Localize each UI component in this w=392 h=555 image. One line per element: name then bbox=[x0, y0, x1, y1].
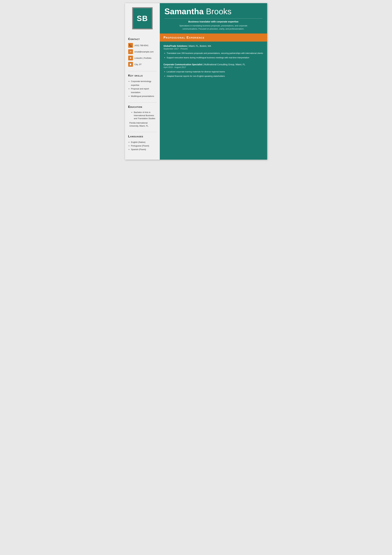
linkedin-icon: ✱ bbox=[128, 56, 133, 60]
education-section: Education Bachelor of Arts in Internatio… bbox=[128, 105, 157, 128]
contact-email: ✉ email@example.com bbox=[128, 49, 157, 54]
job-company-1: GlobalTrade Solutions | Miami, FL, Bosto… bbox=[164, 45, 263, 47]
job-separator-1: | bbox=[188, 45, 189, 47]
job-separator-2: | bbox=[203, 63, 204, 66]
list-item: Adapted financial reports for non-Englis… bbox=[167, 74, 263, 78]
avatar-initials: SB bbox=[137, 14, 148, 23]
languages-section-title: Languages bbox=[128, 135, 157, 138]
resume-header: SB Samantha Brooks Business translator w… bbox=[125, 3, 267, 34]
experience-section-title: Professional Experience bbox=[164, 36, 263, 39]
list-item: Proposal and report translation bbox=[131, 87, 157, 94]
job-bullets-1: Translated over 200 business proposals a… bbox=[164, 51, 263, 59]
edu-school: Florida International University, Miami,… bbox=[129, 121, 157, 128]
location-icon: 📋 bbox=[128, 62, 133, 67]
job-block-2: Corporate Communication Specialist | Mul… bbox=[164, 63, 263, 78]
email-icon: ✉ bbox=[128, 49, 133, 54]
job-location-1: Miami, FL, Boston, MA bbox=[189, 45, 211, 47]
experience-header-bar: Professional Experience bbox=[160, 34, 267, 42]
job-company-2: Corporate Communication Specialist | Mul… bbox=[164, 63, 263, 66]
education-list: Bachelor of Arts in International Busine… bbox=[128, 111, 157, 120]
education-section-title: Education bbox=[128, 105, 157, 109]
right-column: Professional Experience GlobalTrade Solu… bbox=[160, 34, 267, 160]
location-value: City, ST bbox=[135, 63, 142, 66]
contact-location: 📋 City, ST bbox=[128, 62, 157, 67]
list-item: Corporate terminology expertise bbox=[131, 80, 157, 87]
job-subtitle: Specializes in translating business prop… bbox=[172, 24, 255, 30]
header-divider bbox=[164, 18, 262, 19]
job-date-2: April 2015 - August 2017 bbox=[164, 66, 263, 68]
contact-section-title: Contact bbox=[128, 37, 157, 41]
list-item: Spanish (Fluent) bbox=[131, 148, 157, 151]
languages-divider bbox=[128, 132, 157, 132]
first-name: Samantha bbox=[164, 7, 204, 16]
job-title: Business translator with corporate exper… bbox=[164, 20, 262, 23]
job-block-1: GlobalTrade Solutions | Miami, FL, Bosto… bbox=[164, 45, 263, 59]
skills-divider bbox=[128, 71, 157, 71]
left-column: Contact 📞 (432) 789-6541 ✉ email@example… bbox=[125, 34, 160, 160]
full-name: Samantha Brooks bbox=[164, 7, 262, 16]
edu-degree: Bachelor of Arts in International Busine… bbox=[134, 111, 157, 120]
job-date-1: September 2017 - Present bbox=[164, 48, 263, 50]
job-company-name-1: GlobalTrade Solutions bbox=[164, 45, 187, 47]
skills-list: Corporate terminology expertise Proposal… bbox=[128, 80, 157, 98]
languages-section: Languages English (Native) Portuguese (F… bbox=[128, 135, 157, 151]
list-item: Portuguese (Fluent) bbox=[131, 144, 157, 148]
header-content: Samantha Brooks Business translator with… bbox=[160, 3, 267, 34]
linkedin-value: LinkedIn | Portfolio bbox=[135, 57, 151, 59]
contact-linkedin: ✱ LinkedIn | Portfolio bbox=[128, 56, 157, 60]
job-company-name-2: Corporate Communication Specialist bbox=[164, 63, 202, 66]
list-item: Localized corporate training materials f… bbox=[167, 70, 263, 73]
contact-phone: 📞 (432) 789-6541 bbox=[128, 43, 157, 48]
list-item: Support executive teams during multiling… bbox=[167, 56, 263, 59]
list-item: English (Native) bbox=[131, 140, 157, 144]
email-value: email@example.com bbox=[135, 51, 154, 53]
contact-section: Contact 📞 (432) 789-6541 ✉ email@example… bbox=[128, 37, 157, 67]
experience-content: GlobalTrade Solutions | Miami, FL, Bosto… bbox=[160, 45, 267, 86]
resume-container: SB Samantha Brooks Business translator w… bbox=[125, 3, 267, 160]
job-location-2: Multinational Consulting Group, Miami, F… bbox=[204, 63, 245, 66]
languages-list: English (Native) Portuguese (Fluent) Spa… bbox=[128, 140, 157, 151]
avatar-box: SB bbox=[132, 7, 153, 29]
skills-section: Key skills Corporate terminology experti… bbox=[128, 74, 157, 98]
list-item: Translated over 200 business proposals a… bbox=[167, 51, 263, 55]
phone-icon: 📞 bbox=[128, 43, 133, 48]
job-bullets-2: Localized corporate training materials f… bbox=[164, 70, 263, 78]
resume-body: Contact 📞 (432) 789-6541 ✉ email@example… bbox=[125, 34, 267, 160]
phone-value: (432) 789-6541 bbox=[135, 44, 149, 47]
skills-section-title: Key skills bbox=[128, 74, 157, 77]
avatar-area: SB bbox=[125, 3, 160, 34]
last-name: Brooks bbox=[206, 7, 231, 16]
list-item: Multilingual presentations bbox=[131, 94, 157, 98]
